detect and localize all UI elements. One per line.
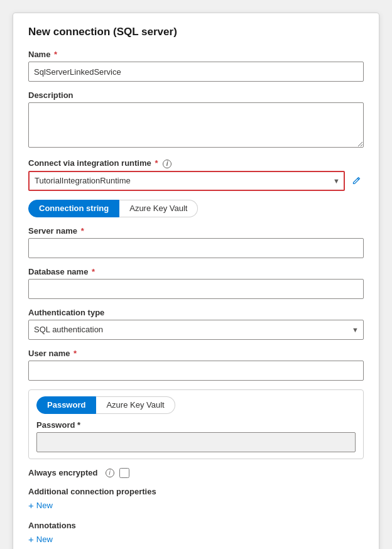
annotations-group: Annotations + New	[28, 521, 364, 546]
user-name-input[interactable]	[28, 361, 364, 381]
runtime-label: Connect via integration runtime * i	[28, 158, 364, 168]
annotations-label: Annotations	[28, 521, 364, 530]
additional-props-group: Additional connection properties + New	[28, 487, 364, 512]
name-input[interactable]	[28, 62, 364, 82]
plus-icon-2: +	[28, 534, 34, 545]
name-group: Name *	[28, 50, 364, 82]
server-name-input[interactable]	[28, 238, 364, 258]
connection-type-tabs: Connection string Azure Key Vault	[28, 200, 364, 217]
always-encrypted-label: Always encrypted	[28, 468, 98, 477]
connection-string-tab[interactable]: Connection string	[28, 200, 119, 217]
always-encrypted-checkbox[interactable]	[119, 468, 129, 478]
panel-body: New connection (SQL server) Name * Descr…	[13, 13, 379, 549]
password-input[interactable]	[36, 432, 356, 452]
user-name-group: User name *	[28, 349, 364, 381]
password-tab[interactable]: Password	[36, 396, 96, 414]
always-encrypted-row: Always encrypted i	[28, 468, 364, 478]
add-connection-prop-button[interactable]: + New	[28, 499, 53, 512]
database-name-label: Database name *	[28, 267, 364, 276]
azure-key-vault-tab[interactable]: Azure Key Vault	[119, 200, 198, 217]
user-name-label: User name *	[28, 349, 364, 358]
password-section: Password Azure Key Vault Password *	[28, 389, 364, 459]
database-name-required: *	[92, 267, 95, 276]
database-name-group: Database name *	[28, 267, 364, 299]
auth-type-select[interactable]: SQL authentication Windows authenticatio…	[28, 320, 364, 340]
description-textarea[interactable]	[28, 102, 364, 148]
add-annotation-button[interactable]: + New	[28, 533, 53, 546]
auth-type-select-wrapper: SQL authentication Windows authenticatio…	[28, 320, 364, 340]
description-label: Description	[28, 90, 364, 100]
password-label: Password *	[36, 420, 356, 430]
plus-icon: +	[28, 500, 34, 511]
password-type-tabs: Password Azure Key Vault	[36, 396, 356, 414]
runtime-row: TutorialIntegrationRuntime ▼	[28, 171, 364, 191]
database-name-input[interactable]	[28, 279, 364, 299]
runtime-group: Connect via integration runtime * i Tuto…	[28, 158, 364, 191]
runtime-select-wrapper: TutorialIntegrationRuntime ▼	[28, 171, 345, 191]
pencil-icon	[351, 176, 361, 186]
server-name-group: Server name *	[28, 226, 364, 258]
runtime-edit-button[interactable]	[349, 175, 364, 187]
name-required: *	[54, 50, 57, 59]
azure-key-vault-pw-tab[interactable]: Azure Key Vault	[96, 396, 175, 414]
password-required: *	[77, 420, 80, 430]
description-group: Description	[28, 90, 364, 149]
additional-props-label: Additional connection properties	[28, 487, 364, 496]
new-connection-panel: New connection (SQL server) Name * Descr…	[13, 13, 379, 549]
always-encrypted-info-icon[interactable]: i	[106, 469, 114, 477]
server-name-required: *	[81, 226, 84, 236]
panel-title: New connection (SQL server)	[28, 26, 364, 38]
user-name-required: *	[74, 349, 77, 358]
name-label: Name *	[28, 50, 364, 59]
runtime-select[interactable]: TutorialIntegrationRuntime	[28, 171, 345, 191]
runtime-info-icon[interactable]: i	[163, 160, 172, 168]
password-group: Password Azure Key Vault Password *	[28, 389, 364, 459]
server-name-label: Server name *	[28, 226, 364, 236]
runtime-required: *	[155, 158, 158, 168]
auth-type-label: Authentication type	[28, 308, 364, 317]
auth-type-group: Authentication type SQL authentication W…	[28, 308, 364, 340]
